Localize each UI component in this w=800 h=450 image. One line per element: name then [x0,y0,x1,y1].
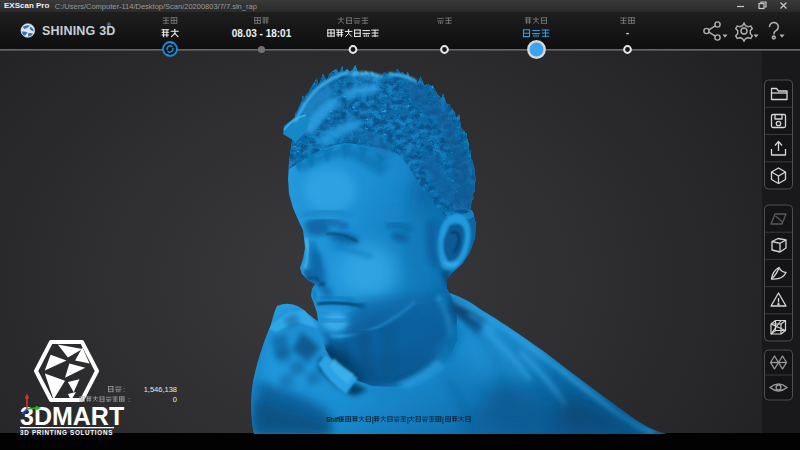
svg-text:08.03 - 18:01: 08.03 - 18:01 [232,28,292,39]
svg-text:-: - [626,27,629,38]
svg-text::: : [123,385,125,394]
svg-text:0: 0 [173,395,177,404]
svg-text:|: | [442,416,444,424]
svg-text:|: | [407,416,409,424]
svg-text:3D PRINTING SOLUTIONS: 3D PRINTING SOLUTIONS [20,429,113,436]
svg-text::: : [128,395,130,404]
svg-text:SHINING 3D: SHINING 3D [42,24,116,38]
svg-text:3DMART: 3DMART [20,402,124,430]
svg-text:|: | [372,416,374,424]
svg-text:1,546,138: 1,546,138 [144,385,177,394]
svg-text:®: ® [107,22,111,28]
